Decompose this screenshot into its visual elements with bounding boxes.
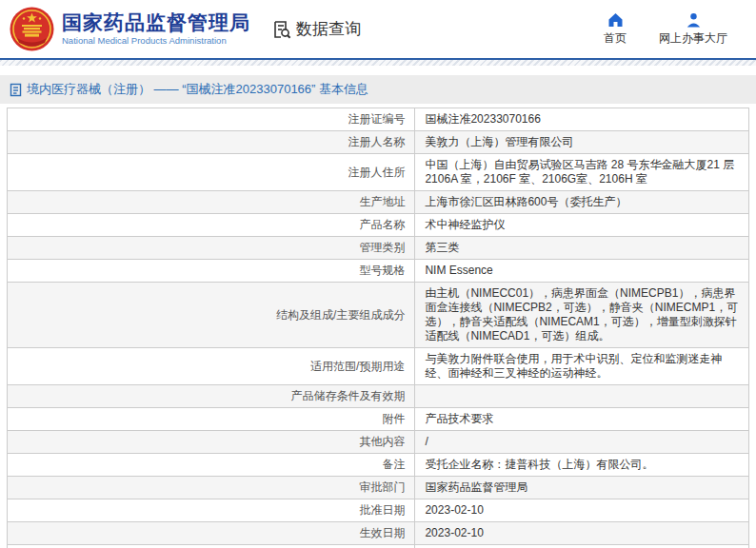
breadcrumb: 境内医疗器械（注册） —— “国械注准20233070166” 基本信息: [0, 75, 756, 104]
field-value: 由主机（NIMECC01），病患界面盒（NIMECPB1），病患界面盒连接线（N…: [415, 283, 749, 348]
table-row: 其他内容/: [8, 431, 749, 454]
national-emblem-icon: [10, 7, 54, 51]
field-value: 上海市徐汇区田林路600号（委托生产）: [415, 191, 749, 214]
field-label: 附件: [8, 408, 415, 431]
registration-info-table: 注册证编号国械注准20233070166 注册人名称美敦力（上海）管理有限公司 …: [7, 108, 749, 548]
data-query-tab[interactable]: 数据查询: [271, 18, 361, 40]
field-value: 第三类: [415, 237, 749, 260]
table-row: 产品名称术中神经监护仪: [8, 214, 749, 237]
table-row: 批准日期2023-02-10: [8, 499, 749, 522]
org-name-cn: 国家药品监督管理局: [62, 11, 250, 33]
field-label: 批准日期: [8, 499, 415, 522]
nav-service-hall-label: 网上办事大厅: [659, 30, 727, 47]
table-row: 生产地址上海市徐汇区田林路600号（委托生产）: [8, 191, 749, 214]
field-label: 管理类别: [8, 237, 415, 260]
field-label: 产品名称: [8, 214, 415, 237]
field-value: 术中神经监护仪: [415, 214, 749, 237]
field-label: 适用范围/预期用途: [8, 348, 415, 385]
table-row: 备注受托企业名称：捷普科技（上海）有限公司。: [8, 454, 749, 477]
field-value: [415, 385, 749, 408]
main-content: 注册证编号国械注准20233070166 注册人名称美敦力（上海）管理有限公司 …: [0, 104, 756, 548]
nav-item-home[interactable]: 首页: [604, 12, 627, 47]
document-icon: [10, 83, 22, 97]
table-row: 附件产品技术要求: [8, 408, 749, 431]
field-label: 有效期至: [8, 545, 415, 548]
nav-home-label: 首页: [604, 30, 627, 47]
table-row: 管理类别第三类: [8, 237, 749, 260]
table-row: 注册人住所中国（上海）自由贸易试验区马吉路 28 号东华金融大厦21 层 210…: [8, 154, 749, 191]
field-value: 中国（上海）自由贸易试验区马吉路 28 号东华金融大厦21 层 2106A 室，…: [415, 154, 749, 191]
org-name-en: National Medical Products Administration: [62, 36, 250, 46]
field-label: 注册人名称: [8, 131, 415, 154]
table-row: 产品储存条件及有效期: [8, 385, 749, 408]
nav-item-service-hall[interactable]: 网上办事大厅: [659, 12, 727, 47]
person-icon: [686, 12, 702, 28]
field-label: 生效日期: [8, 522, 415, 545]
field-label: 生产地址: [8, 191, 415, 214]
table-row: 生效日期2023-02-10: [8, 522, 749, 545]
field-value: 2028-02-09: [415, 545, 749, 548]
field-value: 国家药品监督管理局: [415, 477, 749, 499]
nmpa-logo[interactable]: 国家药品监督管理局 National Medical Products Admi…: [10, 7, 250, 51]
field-value: NIM Essence: [415, 260, 749, 283]
field-label: 结构及组成/主要组成成分: [8, 283, 415, 348]
field-value: /: [415, 431, 749, 454]
field-value: 国械注准20233070166: [415, 108, 749, 131]
field-label: 备注: [8, 454, 415, 477]
data-query-label: 数据查询: [296, 18, 361, 40]
home-icon: [607, 12, 624, 28]
field-label: 其他内容: [8, 431, 415, 454]
field-value: 2023-02-10: [415, 522, 749, 545]
page-title: 境内医疗器械（注册） —— “国械注准20233070166” 基本信息: [27, 81, 368, 98]
field-value: 2023-02-10: [415, 499, 749, 522]
table-row: 审批部门国家药品监督管理局: [8, 477, 749, 499]
table-row: 有效期至2028-02-09: [8, 545, 749, 548]
field-value: 产品技术要求: [415, 408, 749, 431]
document-search-icon: [271, 19, 292, 40]
table-row: 注册证编号国械注准20233070166: [8, 108, 749, 131]
field-value: 美敦力（上海）管理有限公司: [415, 131, 749, 154]
table-row: 注册人名称美敦力（上海）管理有限公司: [8, 131, 749, 154]
field-label: 产品储存条件及有效期: [8, 385, 415, 408]
spacer: [0, 66, 756, 75]
table-row: 型号规格NIM Essence: [8, 260, 749, 283]
field-value: 与美敦力附件联合使用，用于术中识别、定位和监测迷走神经、面神经和三叉神经的运动神…: [415, 348, 749, 385]
field-label: 型号规格: [8, 260, 415, 283]
field-label: 注册人住所: [8, 154, 415, 191]
page-header: 国家药品监督管理局 National Medical Products Admi…: [0, 0, 756, 58]
top-nav: 首页 网上办事大厅: [604, 12, 727, 47]
table-row: 适用范围/预期用途与美敦力附件联合使用，用于术中识别、定位和监测迷走神经、面神经…: [8, 348, 749, 385]
field-label: 审批部门: [8, 477, 415, 499]
field-value: 受托企业名称：捷普科技（上海）有限公司。: [415, 454, 749, 477]
table-row: 结构及组成/主要组成成分由主机（NIMECC01），病患界面盒（NIMECPB1…: [8, 283, 749, 348]
field-label: 注册证编号: [8, 108, 415, 131]
